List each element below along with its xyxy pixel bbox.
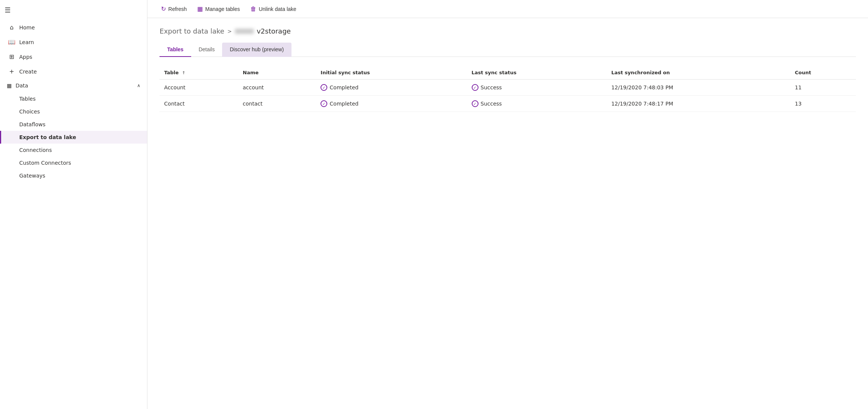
table-body: AccountaccountCompletedSuccess12/19/2020… (159, 80, 856, 112)
sidebar-item-export-to-data-lake[interactable]: Export to data lake (0, 131, 147, 144)
refresh-label: Refresh (168, 6, 187, 12)
col-last-sync-status: Last sync status (467, 66, 607, 80)
manage-tables-icon: ▦ (197, 5, 203, 12)
col-initial-sync-status: Initial sync status (316, 66, 467, 80)
sidebar-section-data[interactable]: ▦ Data ∧ (0, 79, 147, 92)
sidebar-sub-nav: Tables Choices Dataflows Export to data … (0, 92, 147, 182)
sidebar-item-apps[interactable]: ⊞ Apps (0, 49, 147, 64)
sidebar-item-choices[interactable]: Choices (0, 105, 147, 118)
chevron-up-icon: ∧ (137, 83, 141, 88)
create-icon: + (8, 68, 15, 75)
main-content: ↻ Refresh ▦ Manage tables 🗑 Unlink data … (147, 0, 868, 409)
manage-tables-button[interactable]: ▦ Manage tables (193, 3, 244, 15)
unlink-icon: 🗑 (250, 6, 256, 12)
toolbar: ↻ Refresh ▦ Manage tables 🗑 Unlink data … (147, 0, 868, 18)
breadcrumb-parent[interactable]: Export to data lake (159, 27, 224, 35)
col-count: Count (790, 66, 856, 80)
sidebar-item-custom-connectors[interactable]: Custom Connectors (0, 156, 147, 169)
refresh-button[interactable]: ↻ Refresh (156, 3, 191, 15)
sidebar-item-connections[interactable]: Connections (0, 144, 147, 156)
hamburger-icon[interactable]: ☰ (5, 6, 11, 14)
manage-tables-label: Manage tables (205, 6, 240, 12)
col-name: Name (238, 66, 316, 80)
cell-last-sync: Success (467, 96, 607, 112)
unlink-data-lake-button[interactable]: 🗑 Unlink data lake (246, 3, 301, 15)
sort-asc-icon: ↑ (182, 70, 185, 75)
cell-count: 13 (790, 96, 856, 112)
cell-last-synchronized-on: 12/19/2020 7:48:03 PM (607, 80, 790, 96)
sidebar-item-create-label: Create (19, 69, 37, 75)
status-check-icon (472, 84, 478, 91)
sidebar-item-gateways[interactable]: Gateways (0, 169, 147, 182)
cell-initial-sync: Completed (316, 80, 467, 96)
sidebar: ☰ ⌂ Home 📖 Learn ⊞ Apps + Create ▦ Data … (0, 0, 147, 409)
breadcrumb-blur (235, 29, 254, 34)
refresh-icon: ↻ (161, 5, 166, 12)
breadcrumb-chevron-icon: > (227, 28, 232, 34)
cell-table: Contact (159, 96, 238, 112)
sidebar-item-dataflows[interactable]: Dataflows (0, 118, 147, 131)
apps-icon: ⊞ (8, 53, 15, 60)
data-table: Table ↑ Name Initial sync status Last sy… (159, 66, 856, 112)
sidebar-item-learn-label: Learn (19, 39, 34, 45)
sidebar-top: ☰ (0, 0, 147, 20)
sidebar-item-learn[interactable]: 📖 Learn (0, 35, 147, 49)
breadcrumb-storage-name: v2storage (257, 27, 291, 35)
status-check-icon (472, 100, 478, 107)
sidebar-item-home[interactable]: ⌂ Home (0, 20, 147, 35)
content-area: Export to data lake > v2storage Tables D… (147, 18, 868, 409)
sidebar-item-home-label: Home (19, 25, 35, 31)
table-row: AccountaccountCompletedSuccess12/19/2020… (159, 80, 856, 96)
breadcrumb-current: v2storage (235, 27, 291, 35)
sidebar-item-create[interactable]: + Create (0, 64, 147, 79)
home-icon: ⌂ (8, 24, 15, 31)
sidebar-section-data-label: Data (15, 83, 28, 89)
cell-table: Account (159, 80, 238, 96)
tabs: Tables Details Discover hub (preview) (159, 43, 856, 57)
col-table[interactable]: Table ↑ (159, 66, 238, 80)
table-row: ContactcontactCompletedSuccess12/19/2020… (159, 96, 856, 112)
tab-tables[interactable]: Tables (159, 43, 191, 57)
cell-last-sync: Success (467, 80, 607, 96)
table-header-row: Table ↑ Name Initial sync status Last sy… (159, 66, 856, 80)
tab-discover-hub[interactable]: Discover hub (preview) (222, 43, 291, 57)
breadcrumb: Export to data lake > v2storage (159, 27, 856, 35)
unlink-data-lake-label: Unlink data lake (259, 6, 296, 12)
data-icon: ▦ (7, 83, 12, 89)
cell-count: 11 (790, 80, 856, 96)
cell-last-synchronized-on: 12/19/2020 7:48:17 PM (607, 96, 790, 112)
sidebar-item-tables[interactable]: Tables (0, 92, 147, 105)
cell-name: contact (238, 96, 316, 112)
status-check-icon (321, 84, 327, 91)
sidebar-nav: ⌂ Home 📖 Learn ⊞ Apps + Create ▦ Data ∧ … (0, 20, 147, 182)
status-check-icon (321, 100, 327, 107)
cell-initial-sync: Completed (316, 96, 467, 112)
tab-details[interactable]: Details (191, 43, 222, 57)
col-last-synchronized-on: Last synchronized on (607, 66, 790, 80)
cell-name: account (238, 80, 316, 96)
learn-icon: 📖 (8, 38, 15, 46)
sidebar-item-apps-label: Apps (19, 54, 32, 60)
table-header: Table ↑ Name Initial sync status Last sy… (159, 66, 856, 80)
